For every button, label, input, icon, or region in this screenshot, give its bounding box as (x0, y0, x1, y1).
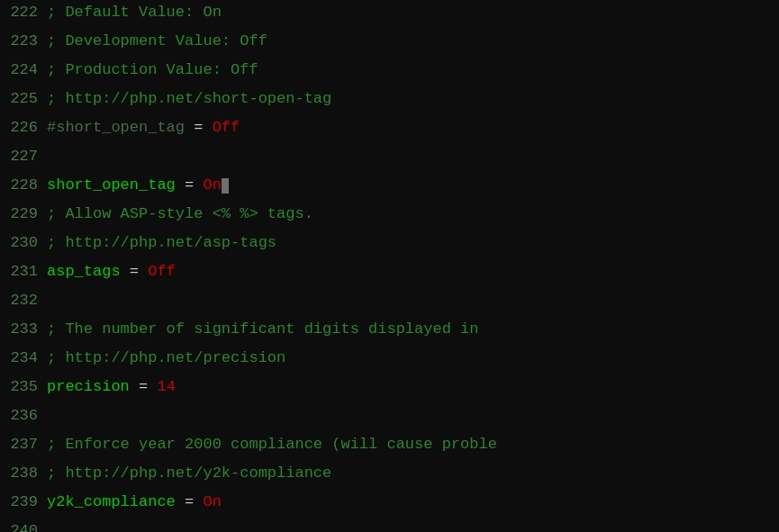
line-content: ; http://php.net/precision (47, 346, 285, 370)
code-line: 231asp_tags = Off (0, 259, 779, 288)
code-line: 239y2k_compliance = On (0, 490, 779, 518)
line-content: ; Development Value: Off (47, 29, 267, 53)
directive-key: short_open_tag (47, 176, 176, 194)
line-number: 222 (0, 0, 47, 24)
directive-key: precision (47, 378, 130, 395)
comment-text: ; Production Value: Off (47, 61, 258, 78)
code-line: 238; http://php.net/y2k-compliance (0, 461, 779, 490)
comment-text: ; http://php.net/asp-tags (47, 234, 276, 251)
comment-text: ; The number of significant digits displ… (47, 320, 478, 338)
line-number: 236 (0, 403, 47, 428)
line-number: 225 (0, 86, 47, 111)
line-content (47, 144, 56, 168)
code-line: 225; http://php.net/short-open-tag (0, 86, 779, 115)
code-line: 236 (0, 403, 779, 432)
line-content: ; The number of significant digits displ… (47, 317, 478, 341)
line-content: ; Production Value: Off (47, 58, 258, 82)
line-content: ; Allow ASP-style <% %> tags. (47, 202, 313, 226)
code-line: 233; The number of significant digits di… (0, 317, 779, 346)
code-line: 227 (0, 144, 779, 173)
directive-value: Off (148, 263, 176, 280)
line-number: 228 (0, 173, 47, 197)
line-content: #short_open_tag = Off (47, 115, 240, 140)
line-content: asp_tags = Off (47, 259, 176, 284)
line-number: 234 (0, 346, 47, 370)
line-content: ; Enforce year 2000 compliance (will cau… (47, 432, 497, 456)
code-line: 234; http://php.net/precision (0, 346, 779, 374)
line-number: 235 (0, 374, 47, 399)
code-line: 222; Default Value: On (0, 0, 779, 29)
line-number: 227 (0, 144, 47, 168)
code-line: 240 (0, 518, 779, 532)
code-line: 224; Production Value: Off (0, 58, 779, 86)
line-content: ; http://php.net/asp-tags (47, 230, 276, 255)
line-content (47, 288, 56, 312)
line-number: 229 (0, 202, 47, 226)
code-line: 232 (0, 288, 779, 317)
code-line: 226#short_open_tag = Off (0, 115, 779, 144)
line-number: 233 (0, 317, 47, 341)
line-number: 224 (0, 58, 47, 82)
code-line: 235precision = 14 (0, 374, 779, 403)
code-line: 229; Allow ASP-style <% %> tags. (0, 202, 779, 230)
line-content (47, 403, 56, 428)
line-number: 238 (0, 461, 47, 485)
line-number: 237 (0, 432, 47, 456)
line-number: 231 (0, 259, 47, 284)
line-number: 230 (0, 230, 47, 255)
comment-text: ; http://php.net/y2k-compliance (47, 464, 331, 482)
line-content: ; Default Value: On (47, 0, 222, 24)
comment-text: ; http://php.net/short-open-tag (47, 90, 331, 107)
directive-value: 14 (157, 378, 175, 395)
directive-value: On (203, 176, 221, 194)
commented-directive: #short_open_tag = Off (47, 119, 240, 136)
code-line: 230; http://php.net/asp-tags (0, 230, 779, 259)
comment-text: ; Enforce year 2000 compliance (will cau… (47, 436, 497, 453)
line-number: 239 (0, 490, 47, 514)
comment-text: ; http://php.net/precision (47, 349, 285, 366)
directive-value: On (203, 493, 221, 510)
line-content: precision = 14 (47, 374, 176, 399)
comment-text: ; Default Value: On (47, 4, 222, 21)
line-number: 240 (0, 518, 47, 532)
comment-text: ; Allow ASP-style <% %> tags. (47, 205, 313, 222)
code-line: 237; Enforce year 2000 compliance (will … (0, 432, 779, 461)
line-content: ; http://php.net/y2k-compliance (47, 461, 331, 485)
line-content: short_open_tag = On (47, 173, 229, 197)
line-number: 223 (0, 29, 47, 53)
line-content (47, 518, 56, 532)
text-cursor (222, 178, 229, 194)
directive-key: y2k_compliance (47, 493, 176, 510)
directive-key: asp_tags (47, 263, 121, 280)
line-content: y2k_compliance = On (47, 490, 222, 514)
code-line: 228short_open_tag = On (0, 173, 779, 202)
code-line: 223; Development Value: Off (0, 29, 779, 58)
code-editor[interactable]: 222; Default Value: On223; Development V… (0, 0, 779, 532)
line-number: 232 (0, 288, 47, 312)
line-content: ; http://php.net/short-open-tag (47, 86, 331, 111)
comment-text: ; Development Value: Off (47, 32, 267, 50)
line-number: 226 (0, 115, 47, 140)
